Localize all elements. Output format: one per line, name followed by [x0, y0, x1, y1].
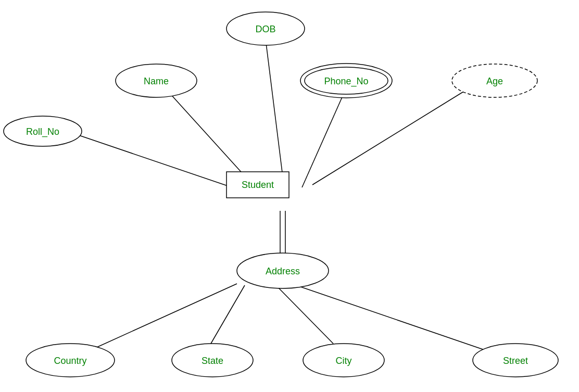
state-label: State — [202, 356, 223, 366]
city-label: City — [336, 356, 352, 366]
edge-address-country — [91, 284, 237, 350]
name-label: Name — [144, 76, 169, 86]
student-label: Student — [242, 180, 274, 190]
edge-address-street — [292, 284, 484, 350]
edge-address-state — [211, 285, 245, 344]
edge-student-dob — [266, 39, 284, 185]
rollno-label: Roll_No — [26, 127, 59, 137]
address-label: Address — [266, 266, 300, 276]
er-diagram: Student DOB Name Phone_No Age Roll_No Ad… — [0, 0, 579, 392]
country-label: Country — [54, 356, 86, 366]
age-label: Age — [486, 76, 503, 86]
edge-student-phone — [302, 94, 344, 187]
edge-student-age — [312, 88, 469, 185]
street-label: Street — [503, 356, 528, 366]
edge-address-city — [276, 285, 333, 344]
dob-label: DOB — [255, 24, 275, 34]
phone-label: Phone_No — [324, 76, 368, 87]
